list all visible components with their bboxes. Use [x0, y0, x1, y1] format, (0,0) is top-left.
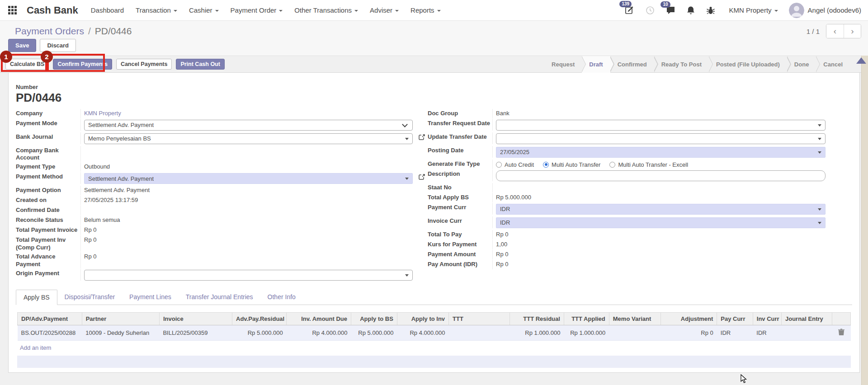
company-switcher[interactable]: KMN Property — [729, 6, 778, 14]
status-draft[interactable]: Draft — [582, 56, 610, 73]
cell-ttt[interactable] — [449, 325, 510, 340]
field-row-generate-file-type: Generate File TypeAuto CreditMulti Auto … — [428, 160, 826, 169]
field-row-posting-date: Posting Date27/05/2025 — [428, 146, 826, 158]
apps-grid-icon[interactable] — [8, 6, 17, 14]
col-ttt[interactable]: TTT — [449, 312, 510, 325]
cell-dp-adv-payment[interactable]: BS.OUT/2025/00288 — [18, 325, 82, 340]
tab-disposisi-transfer[interactable]: Disposisi/Transfer — [57, 290, 123, 305]
cell-apply-to-inv[interactable]: Rp 4.000.000 — [397, 325, 448, 340]
status-confirmed[interactable]: Confirmed — [610, 56, 654, 73]
scroll-up-arrow[interactable] — [856, 57, 866, 64]
avatar[interactable] — [789, 3, 804, 18]
field-row-bank-journal: Bank JournalMemo Penyelesaian BS — [16, 132, 413, 144]
tab-apply-bs[interactable]: Apply BS — [16, 290, 57, 305]
col-adjustment[interactable]: Adjustment — [660, 312, 717, 325]
vertical-scrollbar[interactable] — [861, 56, 868, 385]
nav-menu-transaction[interactable]: Transaction — [136, 6, 177, 14]
app-title[interactable]: Cash Bank — [27, 5, 78, 16]
status-ready-to-post[interactable]: Ready To Post — [654, 56, 709, 73]
update-transfer-date-select[interactable] — [496, 133, 826, 144]
invoice-curr-select[interactable]: IDR — [496, 217, 826, 228]
empty-row-strip[interactable] — [17, 356, 851, 368]
bank-journal-select[interactable]: Memo Penyelesaian BS — [84, 133, 413, 144]
cell-journal-entry[interactable] — [781, 325, 832, 340]
radio-multi-auto-transfer[interactable]: Multi Auto Transfer — [543, 161, 600, 168]
pager-next-button[interactable]: › — [844, 24, 861, 38]
col-ttt-applied[interactable]: TTT Applied — [564, 312, 609, 325]
cell-partner[interactable]: 10009 - Deddy Suherlan — [82, 325, 159, 340]
transfer-request-date-select[interactable] — [496, 120, 826, 131]
col-inv-curr[interactable]: Inv Curr — [753, 312, 781, 325]
nav-menu-dashboard[interactable]: Dashboard — [91, 6, 124, 14]
table-row[interactable]: BS.OUT/2025/0028810009 - Deddy SuherlanB… — [18, 325, 851, 340]
tab-other-info[interactable]: Other Info — [260, 290, 303, 305]
add-an-item-link[interactable]: Add an item — [17, 341, 851, 355]
col-apply-to-bs[interactable]: Apply to BS — [351, 312, 397, 325]
col-pay-curr[interactable]: Pay Curr — [717, 312, 753, 325]
selected-value: 27/05/2025 — [500, 149, 529, 155]
confirm-payments-button[interactable]: Confirm Payments — [53, 59, 112, 70]
delete-row-button[interactable] — [832, 325, 851, 340]
nav-menu-payment-order[interactable]: Payment Order — [231, 6, 283, 14]
pager-previous-button[interactable]: ‹ — [826, 24, 844, 38]
internal-link-icon[interactable] — [418, 174, 425, 182]
status-request[interactable]: Request — [544, 56, 582, 73]
cell-ttt-applied[interactable]: Rp 1.000.000 — [564, 325, 609, 340]
col-inv-amount-due[interactable]: Inv. Amount Due — [287, 312, 351, 325]
col-journal-entry[interactable]: Journal Entry — [781, 312, 832, 325]
cell-inv-curr[interactable]: IDR — [753, 325, 781, 340]
tab-payment-lines[interactable]: Payment Lines — [122, 290, 179, 305]
statusbar: RequestDraftConfirmedReady To PostPosted… — [544, 56, 850, 73]
col-ttt-residual[interactable]: TTT Residual — [509, 312, 564, 325]
cell-inv-amount-due[interactable]: Rp 4.000.000 — [287, 325, 351, 340]
origin-payment-select[interactable] — [84, 270, 413, 281]
print-cash-out-button[interactable]: Print Cash Out — [176, 59, 225, 70]
radio-multi-auto-transfer-excell[interactable]: Multi Auto Transfer - Excell — [609, 161, 688, 168]
cell-memo-variant[interactable] — [609, 325, 660, 340]
cancel-payments-button[interactable]: Cancel Payments — [116, 59, 172, 70]
total-payment-inv-comp-curr-label: Total Payment Inv (Comp Curr) — [16, 235, 80, 252]
clock-icon[interactable] — [646, 6, 655, 15]
breadcrumb-parent[interactable]: Payment Orders — [15, 26, 84, 36]
cell-apply-to-bs[interactable]: Rp 5.000.000 — [351, 325, 397, 340]
description-input[interactable] — [496, 170, 826, 181]
cell-ttt-residual[interactable]: Rp 1.000.000 — [509, 325, 564, 340]
discard-button[interactable]: Discard — [40, 39, 76, 52]
tab-transfer-journal-entries[interactable]: Transfer Journal Entries — [179, 290, 260, 305]
compose-icon[interactable]: 139 — [625, 5, 634, 15]
status-done[interactable]: Done — [787, 56, 816, 73]
internal-link-icon[interactable] — [418, 134, 425, 142]
nav-menu-adviser[interactable]: Adviser — [370, 6, 399, 14]
save-button[interactable]: Save — [8, 39, 36, 52]
payment-mode-select[interactable]: Settlement Adv. Payment — [84, 120, 413, 131]
cell-invoice[interactable]: BILL/2025/00359 — [159, 325, 232, 340]
col-adv-pay-residual[interactable]: Adv.Pay.Residual — [232, 312, 287, 325]
nav-menu-cashier[interactable]: Cashier — [189, 6, 219, 14]
cell-adjustment[interactable]: Rp 0 — [660, 325, 717, 340]
col-apply-to-inv[interactable]: Apply to Inv — [397, 312, 448, 325]
bell-icon[interactable] — [687, 6, 695, 15]
payment-method-select[interactable]: Settlement Adv. Payment — [84, 173, 413, 184]
cell-pay-curr[interactable]: IDR — [717, 325, 753, 340]
payment-curr-select[interactable]: IDR — [496, 204, 826, 215]
col-dp-adv-payment[interactable]: DP/Adv.Payment — [18, 312, 82, 325]
status-cancel[interactable]: Cancel — [816, 56, 850, 73]
col-delete[interactable] — [832, 312, 851, 325]
nav-menu-reports[interactable]: Reports — [410, 6, 441, 14]
radio-auto-credit[interactable]: Auto Credit — [496, 161, 534, 168]
user-name[interactable]: Angel (odoodev6) — [808, 6, 861, 14]
col-partner[interactable]: Partner — [82, 312, 159, 325]
bug-icon[interactable] — [706, 6, 715, 15]
navbar-right: 13910 KMN Property Angel (odoodev6) — [613, 3, 861, 18]
field-row-created-on: Created on27/05/2025 13:17:59 — [16, 196, 413, 205]
chat-icon[interactable]: 10 — [666, 6, 675, 15]
total-apply-bs-value: Rp 5.000.000 — [492, 193, 826, 202]
col-invoice[interactable]: Invoice — [159, 312, 232, 325]
update-transfer-date-label: Update Transfer Date — [428, 132, 492, 144]
cell-adv-pay-residual[interactable]: Rp 5.000.000 — [232, 325, 287, 340]
posting-date-select[interactable]: 27/05/2025 — [496, 147, 826, 158]
col-memo-variant[interactable]: Memo Variant — [609, 312, 660, 325]
nav-menu-other-transactions[interactable]: Other Transactions — [294, 6, 358, 14]
status-posted-file-uploaded[interactable]: Posted (File Uploaded) — [709, 56, 787, 73]
company-link[interactable]: KMN Property — [84, 110, 121, 117]
